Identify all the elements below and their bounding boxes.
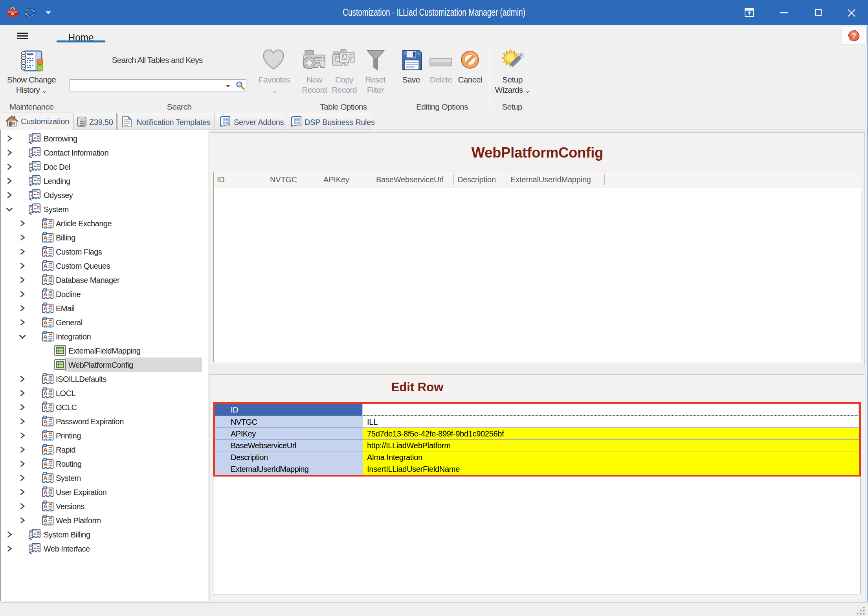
- svg-text:A: A: [43, 319, 48, 326]
- svg-text:A: A: [343, 54, 347, 60]
- svg-text:A: A: [336, 56, 340, 62]
- svg-text:A: A: [43, 475, 48, 481]
- svg-text:A: A: [43, 404, 48, 411]
- svg-text:A: A: [43, 460, 48, 467]
- svg-text:A: A: [43, 248, 48, 255]
- svg-text:A: A: [43, 376, 48, 382]
- svg-text:A: A: [43, 305, 48, 312]
- svg-text:A: A: [43, 262, 48, 269]
- svg-text:A: A: [43, 432, 48, 439]
- svg-text:A: A: [43, 333, 48, 340]
- svg-text:A: A: [43, 291, 48, 297]
- svg-text:A: A: [43, 418, 48, 425]
- svg-text:A: A: [43, 220, 48, 227]
- svg-text:A: A: [43, 489, 48, 495]
- svg-text:A: A: [43, 446, 48, 453]
- svg-text:A: A: [43, 503, 48, 510]
- svg-text:?: ?: [851, 32, 856, 40]
- svg-text:A: A: [43, 277, 48, 283]
- svg-text:A: A: [43, 390, 48, 396]
- svg-text:A: A: [43, 517, 48, 524]
- svg-text:A: A: [43, 234, 48, 241]
